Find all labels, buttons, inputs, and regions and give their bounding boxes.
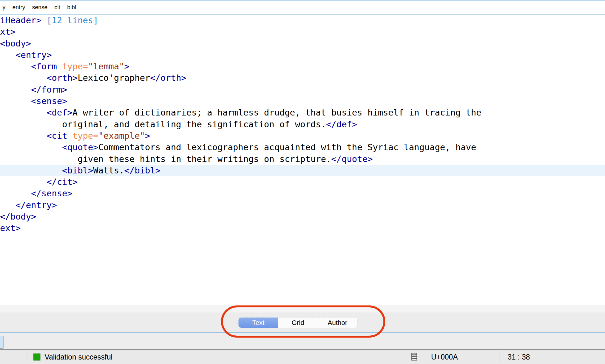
code-token-tag: </orth> bbox=[150, 73, 186, 83]
status-divider bbox=[500, 352, 500, 362]
code-token-tag: <sense> bbox=[0, 96, 67, 106]
code-line[interactable]: iHeader> [12 lines] bbox=[0, 15, 605, 26]
code-line[interactable]: original, and detailing the significatio… bbox=[0, 119, 605, 130]
code-line[interactable]: <cit type="example"> bbox=[0, 130, 605, 142]
status-bar: Validation successful U+000A 31 : 38 bbox=[0, 349, 605, 364]
view-mode-bar: TextGridAuthor bbox=[0, 312, 605, 332]
code-token-val: "lemma" bbox=[88, 61, 124, 71]
code-token-tag: > bbox=[145, 131, 150, 141]
code-line-current[interactable]: <bibl>Watts.</bibl> bbox=[0, 165, 605, 176]
code-editor[interactable]: iHeader> [12 lines]xt><body> <entry> <fo… bbox=[0, 15, 605, 305]
breadcrumb-item-bibl[interactable]: bibl bbox=[67, 4, 76, 11]
code-token-attr: type= bbox=[73, 131, 98, 141]
code-token-tag: </sense> bbox=[0, 188, 73, 198]
code-token-tag: <form bbox=[0, 61, 62, 71]
status-divider bbox=[27, 352, 27, 362]
code-token-text: Commentators and lexicographers acquaint… bbox=[98, 142, 476, 152]
code-line[interactable]: </body> bbox=[0, 211, 605, 222]
code-token-tag: <cit bbox=[0, 131, 73, 141]
view-tab-text[interactable]: Text bbox=[238, 318, 278, 328]
code-token-val: "example" bbox=[98, 131, 145, 141]
code-token-tag: <bibl> bbox=[0, 165, 93, 175]
panel-edge-handle[interactable] bbox=[0, 336, 4, 349]
code-token-tag: </entry> bbox=[0, 200, 57, 210]
breadcrumb-item-entry[interactable]: entry bbox=[12, 4, 25, 11]
code-token-tag: > bbox=[124, 61, 129, 71]
code-token-text: original, and detailing the significatio… bbox=[0, 119, 326, 129]
cursor-position: 31 : 38 bbox=[508, 353, 530, 361]
code-token-text: Watts. bbox=[93, 165, 125, 175]
code-line[interactable]: </cit> bbox=[0, 176, 605, 188]
validation-message: Validation successful bbox=[45, 353, 112, 361]
code-token-tag: <def> bbox=[0, 108, 73, 117]
code-token-tag: ext> bbox=[0, 223, 21, 233]
bottom-panel bbox=[0, 333, 605, 349]
code-token-tag: xt> bbox=[0, 27, 16, 37]
code-line[interactable]: xt> bbox=[0, 26, 605, 38]
code-token-tag: </bibl> bbox=[124, 165, 160, 175]
code-line[interactable]: <quote>Commentators and lexicographers a… bbox=[0, 142, 605, 153]
code-line[interactable]: </form> bbox=[0, 84, 605, 95]
view-mode-switcher: TextGridAuthor bbox=[238, 317, 358, 328]
status-divider bbox=[575, 352, 575, 362]
view-tab-author[interactable]: Author bbox=[318, 318, 357, 328]
folded-lines-marker[interactable]: [12 lines] bbox=[46, 15, 98, 25]
breadcrumb: yentrysensecitbibl bbox=[0, 1, 605, 14]
horizontal-scrollbar-track[interactable] bbox=[0, 305, 605, 312]
code-token-tag: </body> bbox=[0, 212, 36, 221]
code-token-tag: iHeader> bbox=[0, 15, 46, 25]
code-token-text: A writer of dictionaries; a harmless dru… bbox=[73, 108, 481, 117]
document-icon bbox=[411, 353, 417, 360]
code-line[interactable]: given these hints in their writings on s… bbox=[0, 153, 605, 165]
code-line[interactable]: </entry> bbox=[0, 200, 605, 211]
code-token-text: Lexico'grapher bbox=[78, 73, 150, 83]
unicode-codepoint: U+000A bbox=[431, 353, 458, 361]
code-token-tag: <quote> bbox=[0, 142, 98, 152]
breadcrumb-item-cit[interactable]: cit bbox=[54, 4, 60, 11]
view-tab-grid[interactable]: Grid bbox=[278, 318, 317, 328]
code-token-tag: <body> bbox=[0, 38, 31, 48]
validation-status-icon bbox=[33, 354, 40, 360]
code-line[interactable]: </sense> bbox=[0, 188, 605, 199]
code-token-text: given these hints in their writings on s… bbox=[0, 154, 331, 164]
code-line[interactable]: <def>A writer of dictionaries; a harmles… bbox=[0, 107, 605, 118]
code-token-tag: <orth> bbox=[0, 73, 78, 83]
breadcrumb-item-sense[interactable]: sense bbox=[32, 4, 47, 11]
code-token-tag: <entry> bbox=[0, 50, 52, 60]
code-token-tag: </quote> bbox=[331, 154, 373, 164]
code-token-tag: </def> bbox=[326, 119, 357, 129]
code-token-attr: type= bbox=[62, 61, 88, 71]
code-line[interactable]: <orth>Lexico'grapher</orth> bbox=[0, 72, 605, 84]
status-divider bbox=[425, 352, 425, 362]
code-line[interactable]: <sense> bbox=[0, 95, 605, 107]
code-token-tag: </form> bbox=[0, 85, 67, 94]
code-line[interactable]: <body> bbox=[0, 38, 605, 49]
code-line[interactable]: <form type="lemma"> bbox=[0, 61, 605, 72]
code-line[interactable]: <entry> bbox=[0, 49, 605, 61]
code-token-tag: </cit> bbox=[0, 177, 78, 187]
code-line[interactable]: ext> bbox=[0, 222, 605, 234]
breadcrumb-item-y[interactable]: y bbox=[3, 4, 5, 11]
